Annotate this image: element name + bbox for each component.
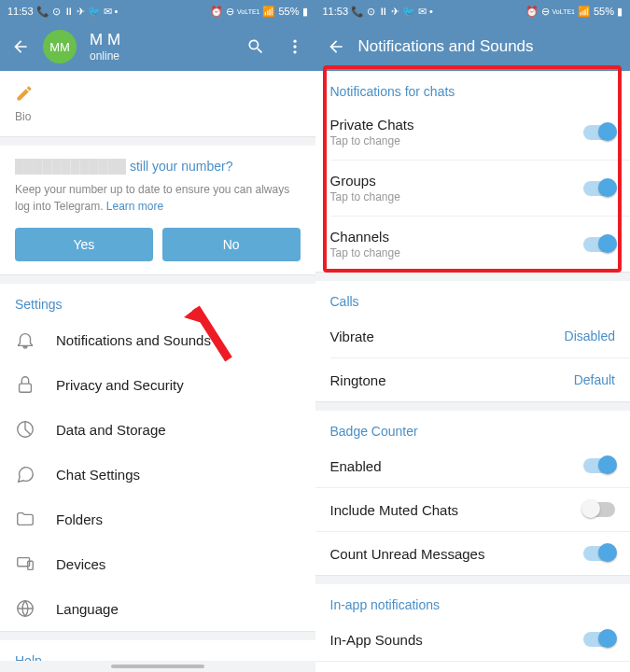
- phone-right: 11:53 📞 ⊙ ⏸ ✈ 🐦 ✉ • ⏰ ⊖ VoLTE1 📶 55% ▮ N…: [315, 0, 631, 672]
- svg-point-1: [293, 45, 296, 48]
- badge-section: Badge Counter Enabled Include Muted Chat…: [315, 411, 631, 575]
- settings-section: Settings Notifications and Sounds Privac…: [0, 284, 315, 631]
- toolbar: MM M M online: [0, 22, 315, 71]
- toggle[interactable]: [583, 125, 615, 140]
- svg-rect-6: [28, 561, 34, 569]
- learn-more-link[interactable]: Learn more: [106, 200, 163, 213]
- settings-language[interactable]: Language: [0, 586, 315, 631]
- settings-notifications[interactable]: Notifications and Sounds: [0, 317, 315, 362]
- settings-data[interactable]: Data and Storage: [0, 407, 315, 452]
- more-icon: •: [115, 6, 119, 17]
- chat-icon: [15, 464, 35, 484]
- search-icon[interactable]: [246, 37, 265, 56]
- globe-icon: [15, 598, 35, 619]
- badge-enabled[interactable]: Enabled: [315, 444, 631, 487]
- settings-devices[interactable]: Devices: [0, 541, 315, 586]
- battery-icon: ▮: [617, 6, 623, 18]
- settings-privacy[interactable]: Privacy and Security: [0, 362, 315, 407]
- toggle[interactable]: [583, 546, 615, 561]
- calls-ringtone[interactable]: Ringtone Default: [315, 358, 631, 401]
- contact-name: M M: [90, 31, 226, 49]
- badge-title: Badge Counter: [315, 411, 631, 444]
- battery-icon: ▮: [302, 6, 308, 18]
- inapp-sounds[interactable]: In-App Sounds: [315, 618, 631, 661]
- phone-left: 11:53 📞 ⊙ ⏸ ✈ 🐦 ✉ • ⏰ ⊖ VoLTE1 📶 55% ▮ M…: [0, 0, 315, 672]
- devices-icon: [15, 553, 35, 574]
- status-bar: 11:53 📞 ⊙ ⏸ ✈ 🐦 ✉ • ⏰ ⊖ VoLTE1 📶 55% ▮: [0, 0, 315, 22]
- more-icon[interactable]: [286, 37, 304, 56]
- signal-icon: 📶: [262, 6, 275, 18]
- page-title: Notifications and Sounds: [358, 37, 534, 56]
- calls-title: Calls: [315, 281, 631, 315]
- telegram-icon: ✈: [77, 6, 85, 18]
- folder-icon: [15, 509, 35, 529]
- number-desc: Keep your number up to date to ensure yo…: [15, 181, 301, 215]
- bio-card[interactable]: Bio: [0, 71, 315, 136]
- calls-section: Calls Vibrate Disabled Ringtone Default: [315, 281, 631, 401]
- toggle[interactable]: [583, 502, 615, 517]
- settings-title: Settings: [0, 284, 315, 317]
- pause-icon: ⏸: [378, 6, 388, 17]
- svg-rect-3: [20, 384, 32, 392]
- twitter-icon: 🐦: [402, 6, 415, 18]
- phone-icon: 📞: [36, 6, 49, 18]
- inapp-section: In-app notifications In-App Sounds In-Ap…: [315, 584, 631, 672]
- help-section: Help Ask a Question Telegram FAQ: [0, 640, 315, 661]
- telegram-icon: ✈: [391, 6, 399, 18]
- back-icon[interactable]: [327, 37, 345, 56]
- notif-section: Notifications for chats Private ChatsTap…: [315, 71, 631, 272]
- bio-label: Bio: [15, 110, 301, 123]
- inapp-title: In-app notifications: [315, 584, 631, 618]
- twitter-icon: 🐦: [88, 6, 101, 18]
- notif-channels[interactable]: ChannelsTap to change: [315, 217, 631, 272]
- toggle[interactable]: [583, 458, 615, 473]
- calls-vibrate[interactable]: Vibrate Disabled: [315, 315, 631, 357]
- alarm-icon: ⏰: [210, 6, 223, 18]
- dnd-icon: ⊖: [541, 6, 550, 18]
- volte-icon: VoLTE1: [237, 8, 259, 15]
- battery-pct: 55%: [594, 6, 614, 17]
- help-title: Help: [0, 640, 315, 661]
- back-icon[interactable]: [11, 37, 30, 56]
- pie-icon: [15, 419, 35, 440]
- more-icon: •: [429, 6, 433, 17]
- no-button[interactable]: No: [162, 228, 301, 261]
- toggle[interactable]: [583, 237, 615, 252]
- settings-folders[interactable]: Folders: [0, 497, 315, 541]
- settings-chat[interactable]: Chat Settings: [0, 452, 315, 497]
- toggle[interactable]: [583, 181, 615, 196]
- contact-status: online: [90, 49, 226, 63]
- whatsapp-icon: ⊙: [367, 6, 375, 18]
- status-time: 11:53: [7, 6, 34, 17]
- avatar[interactable]: MM: [43, 30, 77, 63]
- mail-icon: ✉: [418, 6, 427, 18]
- svg-point-2: [293, 50, 296, 53]
- svg-point-0: [293, 40, 296, 43]
- notif-title: Notifications for chats: [315, 71, 631, 105]
- toggle[interactable]: [583, 632, 615, 647]
- toolbar: Notifications and Sounds: [315, 22, 631, 71]
- lock-icon: [15, 374, 35, 395]
- badge-unread[interactable]: Count Unread Messages: [315, 532, 631, 575]
- yes-button[interactable]: Yes: [15, 228, 153, 261]
- pencil-icon: [15, 84, 34, 103]
- badge-muted[interactable]: Include Muted Chats: [315, 488, 631, 531]
- mail-icon: ✉: [104, 6, 112, 18]
- notif-groups[interactable]: GroupsTap to change: [315, 161, 631, 216]
- status-bar: 11:53 📞 ⊙ ⏸ ✈ 🐦 ✉ • ⏰ ⊖ VoLTE1 📶 55% ▮: [315, 0, 631, 22]
- inapp-vibrate[interactable]: In-App Vibrate: [315, 662, 631, 672]
- alarm-icon: ⏰: [525, 6, 539, 18]
- signal-icon: 📶: [578, 6, 591, 18]
- number-question: ████████████ still your number?: [15, 159, 301, 174]
- number-card: ████████████ still your number? Keep you…: [0, 146, 315, 274]
- volte-icon: VoLTE1: [553, 8, 575, 15]
- whatsapp-icon: ⊙: [52, 6, 61, 18]
- notif-private[interactable]: Private ChatsTap to change: [315, 105, 631, 160]
- pause-icon: ⏸: [63, 6, 74, 17]
- phone-icon: 📞: [351, 6, 364, 18]
- status-time: 11:53: [323, 6, 349, 17]
- nav-bar: [0, 661, 315, 672]
- battery-pct: 55%: [278, 6, 299, 17]
- bell-icon: [15, 329, 35, 350]
- dnd-icon: ⊖: [226, 6, 234, 18]
